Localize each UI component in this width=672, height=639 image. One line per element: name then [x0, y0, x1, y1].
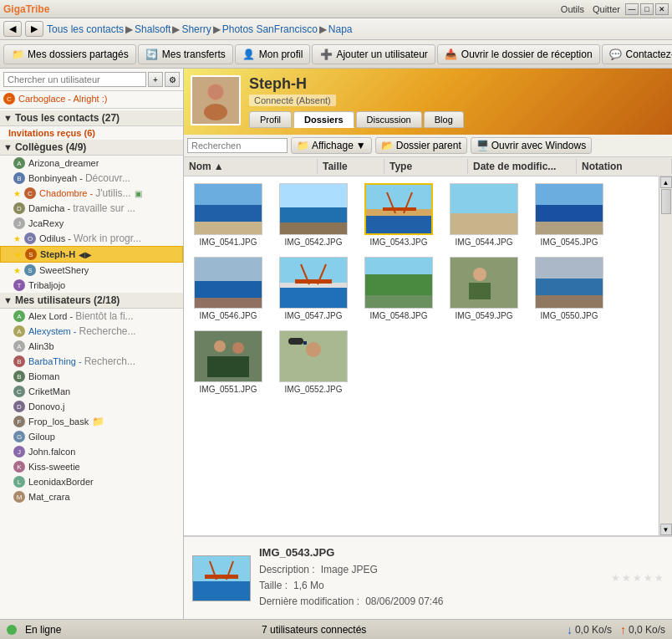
- quit-button[interactable]: Quitter: [589, 3, 624, 15]
- sep-4: ▶: [319, 23, 327, 35]
- breadcrumb-1[interactable]: Tous les contacts: [47, 23, 124, 35]
- col-taille[interactable]: Taille: [318, 159, 384, 174]
- add-contact-button[interactable]: +: [148, 72, 163, 87]
- star-1[interactable]: ★: [611, 572, 620, 584]
- list-item[interactable]: K Kiss-sweetie: [0, 459, 183, 474]
- affichage-button[interactable]: 📁 Affichage ▼: [291, 137, 372, 154]
- file-item[interactable]: IMG_0552.JPG: [276, 330, 351, 394]
- breadcrumb-3[interactable]: Sherry: [181, 23, 211, 35]
- list-item[interactable]: A Arizona_dreamer: [0, 156, 183, 171]
- group-header-all-contacts[interactable]: ▼ Tous les contacts (27): [0, 110, 183, 126]
- list-item[interactable]: G Giloup: [0, 429, 183, 444]
- folder-icon: 📁: [92, 416, 104, 427]
- avatar: L: [13, 476, 25, 488]
- breadcrumb-2[interactable]: Shalsoft: [135, 23, 171, 35]
- file-item[interactable]: IMG_0551.JPG: [191, 330, 266, 394]
- parent-folder-button[interactable]: 📂 Dossier parent: [375, 137, 467, 154]
- navigation-bar: ◀ ▶ Tous les contacts ▶ Shalsoft ▶ Sherr…: [0, 18, 672, 40]
- list-item[interactable]: A Alin3b: [0, 339, 183, 354]
- tools-button[interactable]: Outils: [557, 3, 588, 15]
- list-item[interactable]: ★ O Odilus - Work in progr...: [0, 231, 183, 246]
- shared-folders-button[interactable]: 📁 Mes dossiers partagés: [3, 44, 136, 64]
- list-item[interactable]: ★ C Chadombre - J'utilis... ▣: [0, 186, 183, 201]
- back-button[interactable]: ◀: [3, 21, 22, 37]
- file-item[interactable]: IMG_0548.JPG: [361, 257, 436, 320]
- file-item[interactable]: IMG_0544.JPG: [446, 183, 522, 247]
- close-button[interactable]: ✕: [655, 3, 669, 15]
- list-item[interactable]: M Mat_crara: [0, 489, 183, 504]
- search-config-button[interactable]: ⚙: [165, 72, 180, 87]
- open-windows-button[interactable]: 🖥️ Ouvrir avec Windows: [471, 137, 592, 154]
- minimize-button[interactable]: —: [625, 3, 639, 15]
- list-item[interactable]: T Tribaljojo: [0, 278, 183, 293]
- file-item[interactable]: IMG_0550.JPG: [532, 257, 607, 320]
- maximize-button[interactable]: □: [640, 3, 654, 15]
- list-item[interactable]: B BarbaThing - Recherch...: [0, 354, 183, 369]
- file-item[interactable]: IMG_0542.JPG: [276, 183, 351, 247]
- star-2[interactable]: ★: [622, 572, 631, 584]
- file-item-selected[interactable]: IMG_0543.JPG: [361, 183, 436, 247]
- sep-1: ▶: [125, 23, 133, 35]
- list-item[interactable]: C CriketMan: [0, 384, 183, 399]
- profile-photo: [191, 75, 241, 125]
- star-5[interactable]: ★: [654, 572, 664, 584]
- profile-button[interactable]: 👤 Mon profil: [235, 44, 311, 64]
- steph-h-item[interactable]: ★ S Steph-H ◀▶: [0, 246, 183, 263]
- col-date[interactable]: Date de modific...: [468, 159, 577, 174]
- file-label: IMG_0542.JPG: [285, 238, 343, 247]
- add-user-button[interactable]: ➕ Ajouter un utilisateur: [312, 44, 435, 64]
- list-item[interactable]: A Alex Lord - Bientôt la fi...: [0, 309, 183, 324]
- file-item[interactable]: IMG_0546.JPG: [191, 257, 266, 320]
- list-item[interactable]: L LeonidaxBorder: [0, 474, 183, 489]
- scroll-down-button[interactable]: ▼: [660, 524, 672, 535]
- list-item[interactable]: F Frop_los_bask 📁: [0, 414, 183, 429]
- list-item[interactable]: A Alexystem - Recherche...: [0, 324, 183, 339]
- forward-button[interactable]: ▶: [25, 21, 43, 37]
- star-4[interactable]: ★: [644, 572, 653, 584]
- list-item[interactable]: B Bonbinyeah - Découvr...: [0, 171, 183, 186]
- folder-icon: 📁: [297, 140, 309, 151]
- dossiers-search-input[interactable]: [187, 138, 288, 153]
- list-item[interactable]: C Carboglace - Alright :): [0, 91, 183, 106]
- tab-blog[interactable]: Blog: [424, 111, 464, 128]
- online-indicator: [7, 625, 17, 635]
- star-rating[interactable]: ★ ★ ★ ★ ★: [611, 572, 664, 584]
- invitations-item[interactable]: Invitations reçus (6): [0, 126, 183, 140]
- breadcrumb-4[interactable]: Photos SanFrancisco: [222, 23, 318, 35]
- breadcrumb-5[interactable]: Napa: [328, 23, 353, 35]
- list-item[interactable]: D Donovo.j: [0, 399, 183, 414]
- invitations-label: Invitations reçus (6): [8, 128, 95, 138]
- star-icon: ★: [13, 266, 21, 275]
- col-nom[interactable]: Nom ▲: [184, 159, 318, 174]
- file-item[interactable]: IMG_0545.JPG: [532, 183, 607, 247]
- search-input[interactable]: [3, 72, 146, 87]
- col-taille-label: Taille: [323, 161, 348, 172]
- folder-share-icon: 📁: [11, 48, 24, 61]
- file-item[interactable]: IMG_0549.JPG: [446, 257, 522, 320]
- file-item[interactable]: IMG_0541.JPG: [191, 183, 266, 247]
- list-item[interactable]: J John.falcon: [0, 444, 183, 459]
- file-label: IMG_0547.JPG: [285, 311, 343, 320]
- contact-name: CriketMan: [28, 386, 70, 396]
- col-notation[interactable]: Notation: [577, 159, 672, 174]
- transfers-button[interactable]: 🔄 Mes transferts: [138, 44, 233, 64]
- group-header-collegues[interactable]: ▼ Collègues (4/9): [0, 140, 183, 156]
- list-item[interactable]: ★ S SweetShery: [0, 263, 183, 278]
- tab-dossiers[interactable]: Dossiers: [293, 111, 354, 128]
- scroll-up-button[interactable]: ▲: [660, 176, 672, 188]
- thumb-svg: [195, 258, 262, 308]
- tab-discussion[interactable]: Discussion: [356, 111, 422, 128]
- contact-us-button[interactable]: 💬 Contactez-Nous: [602, 44, 672, 64]
- scroll-track[interactable]: [660, 188, 672, 524]
- svg-rect-31: [365, 295, 432, 308]
- list-item[interactable]: B Bioman: [0, 369, 183, 384]
- list-item[interactable]: J JcaRexy: [0, 216, 183, 231]
- group-header-myusers[interactable]: ▼ Mes utilisateurs (2/18): [0, 293, 183, 309]
- open-reception-button[interactable]: 📥 Ouvrir le dossier de réception: [437, 44, 600, 64]
- file-item[interactable]: IMG_0547.JPG: [276, 257, 351, 320]
- list-item[interactable]: D Damicha - travaille sur ...: [0, 201, 183, 216]
- star-3[interactable]: ★: [633, 572, 642, 584]
- tab-profil[interactable]: Profil: [249, 111, 292, 128]
- col-type[interactable]: Type: [384, 159, 468, 174]
- scroll-thumb[interactable]: [661, 189, 671, 214]
